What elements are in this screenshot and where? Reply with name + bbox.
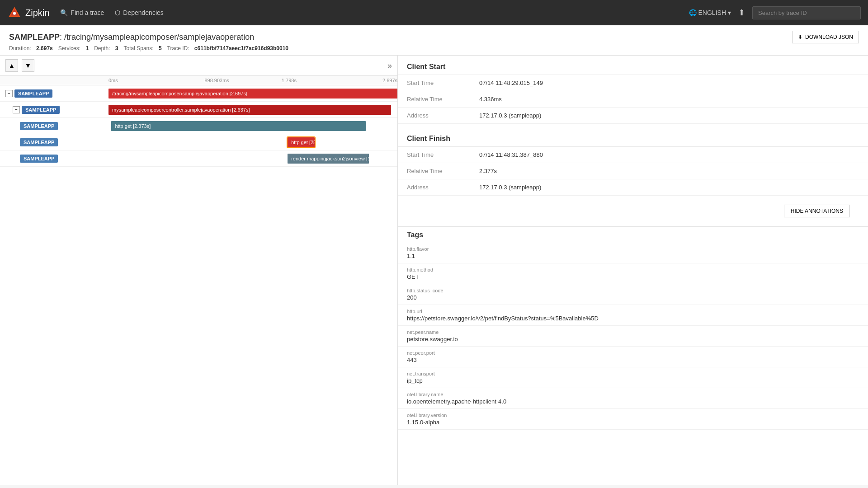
- span-bar-container-2: mysampleapicomposercontroller.samplejava…: [108, 102, 397, 117]
- tag-key: http.status_code: [407, 288, 859, 293]
- span-bar-5[interactable]: render mappingjackson2jsonview [1.598ms]: [288, 154, 369, 164]
- tag-value: 1.1: [407, 253, 859, 259]
- total-spans-value: 5: [159, 45, 162, 52]
- finish-address-label: Address: [398, 179, 470, 196]
- services-label: Services: 1: [58, 45, 89, 52]
- find-trace-nav[interactable]: 🔍 Find a trace: [60, 9, 104, 16]
- span-bar-2[interactable]: mysampleapicomposercontroller.samplejava…: [108, 105, 391, 115]
- tag-key: net.peer.name: [407, 329, 859, 335]
- list-item: net.peer.name petstore.swagger.io: [398, 326, 868, 347]
- trace-id-search-input[interactable]: [752, 6, 861, 19]
- start-time-label: Start Time: [398, 75, 470, 91]
- client-finish-relative-time-row: Relative Time 2.377s: [398, 163, 868, 179]
- upload-icon[interactable]: ⬆: [738, 8, 745, 18]
- table-row: SAMPLEAPP http get [252.156ms]: [0, 134, 397, 150]
- client-start-relative-time-row: Relative Time 4.336ms: [398, 91, 868, 108]
- svg-point-2: [13, 12, 16, 14]
- collapse-btn-2[interactable]: −: [13, 106, 20, 113]
- page-header: SAMPLEAPP: /tracing/mysampleapicomposer/…: [0, 25, 868, 56]
- trace-meta: Duration: 2.697s Services: 1 Depth: 3 To…: [9, 45, 859, 52]
- client-finish-address-row: Address 172.17.0.3 (sampleapp): [398, 179, 868, 196]
- tick-1798ms: 1.798s: [253, 78, 326, 83]
- finish-start-time-value: 07/14 11:48:31.387_880: [470, 147, 868, 163]
- trace-controls: ▲ ▼ »: [0, 56, 397, 76]
- dependencies-label: Dependencies: [123, 9, 164, 16]
- brand-logo[interactable]: Zipkin: [7, 5, 49, 20]
- dependencies-nav[interactable]: ⬡ Dependencies: [115, 9, 164, 16]
- relative-time-value: 4.336ms: [470, 91, 868, 108]
- service-badge-5[interactable]: SAMPLEAPP: [20, 155, 58, 163]
- span-left-5: SAMPLEAPP: [0, 155, 108, 163]
- language-label: ENGLISH: [698, 9, 726, 16]
- table-row: − SAMPLEAPP mysampleapicomposercontrolle…: [0, 102, 397, 118]
- service-badge-2[interactable]: SAMPLEAPP: [22, 106, 60, 114]
- page-header-row: SAMPLEAPP: /tracing/mysampleapicomposer/…: [9, 31, 859, 43]
- tags-section: Tags http.flavor 1.1 http.method GET htt…: [398, 226, 868, 430]
- client-start-table: Start Time 07/14 11:48:29.015_149 Relati…: [398, 75, 868, 124]
- service-badge-1[interactable]: SAMPLEAPP: [14, 89, 52, 98]
- list-item: http.url https://petstore.swagger.io/v2/…: [398, 305, 868, 326]
- dependencies-icon: ⬡: [115, 9, 120, 16]
- span-bar-3[interactable]: http get [2.373s]: [111, 121, 365, 131]
- span-bar-container-4: http get [252.156ms]: [108, 134, 397, 150]
- span-bar-4[interactable]: http get [252.156ms]: [288, 137, 315, 147]
- chevron-down-icon: ▾: [728, 9, 731, 16]
- address-label: Address: [398, 108, 470, 124]
- trace-panel: ▲ ▼ » 0ms 898.903ms 1.798s 2.697s − SAMP…: [0, 56, 398, 485]
- tag-key: http.method: [407, 267, 859, 272]
- client-start-address-row: Address 172.17.0.3 (sampleapp): [398, 108, 868, 124]
- list-item: net.peer.port 443: [398, 347, 868, 367]
- total-spans-label: Total Spans: 5: [124, 45, 162, 52]
- download-icon: ⬇: [798, 34, 802, 40]
- tag-value: 443: [407, 357, 859, 363]
- list-item: net.transport ip_tcp: [398, 367, 868, 388]
- finish-start-time-label: Start Time: [398, 147, 470, 163]
- download-json-button[interactable]: ⬇ DOWNLOAD JSON: [792, 31, 859, 43]
- list-item: otel.library.version 1.15.0-alpha: [398, 409, 868, 430]
- span-left-2: − SAMPLEAPP: [0, 106, 108, 114]
- tag-value: https://petstore.swagger.io/v2/pet/findB…: [407, 315, 859, 322]
- tag-value: ip_tcp: [407, 377, 859, 384]
- navbar: Zipkin 🔍 Find a trace ⬡ Dependencies 🌐 E…: [0, 0, 868, 25]
- collapse-up-button[interactable]: ▲: [5, 59, 18, 72]
- duration-label: Duration: 2.697s: [9, 45, 53, 52]
- app-name: Zipkin: [25, 8, 49, 18]
- span-bar-container-5: render mappingjackson2jsonview [1.598ms]: [108, 150, 397, 166]
- client-start-title: Client Start: [398, 56, 868, 75]
- tags-list: http.flavor 1.1 http.method GET http.sta…: [398, 243, 868, 430]
- client-finish-table: Start Time 07/14 11:48:31.387_880 Relati…: [398, 147, 868, 196]
- service-badge-3[interactable]: SAMPLEAPP: [20, 122, 58, 130]
- language-selector[interactable]: 🌐 ENGLISH ▾: [689, 9, 731, 16]
- tag-value: 200: [407, 294, 859, 301]
- detail-panel: Client Start Start Time 07/14 11:48:29.0…: [398, 56, 868, 485]
- relative-time-label: Relative Time: [398, 91, 470, 108]
- collapse-down-button[interactable]: ▼: [22, 59, 34, 72]
- client-finish-title: Client Finish: [398, 127, 868, 147]
- hide-annotations-button[interactable]: HIDE ANNOTATIONS: [784, 205, 850, 217]
- table-row: SAMPLEAPP render mappingjackson2jsonview…: [0, 150, 397, 167]
- finish-address-value: 172.17.0.3 (sampleapp): [470, 179, 868, 196]
- depth-value: 3: [115, 45, 118, 52]
- tag-key: otel.library.name: [407, 392, 859, 397]
- services-value: 1: [85, 45, 89, 52]
- service-badge-4[interactable]: SAMPLEAPP: [20, 138, 58, 146]
- tick-898ms: 898.903ms: [181, 78, 253, 83]
- trace-id-value: c611bfbf7147aeec1f7ac916d93b0010: [194, 45, 288, 52]
- list-item: http.method GET: [398, 263, 868, 284]
- expand-panel-button[interactable]: »: [387, 61, 392, 70]
- tag-key: http.flavor: [407, 246, 859, 252]
- tags-title: Tags: [398, 227, 868, 243]
- tag-key: http.url: [407, 309, 859, 314]
- span-left-4: SAMPLEAPP: [0, 138, 108, 146]
- navbar-right: 🌐 ENGLISH ▾ ⬆: [689, 6, 861, 19]
- tag-key: net.transport: [407, 371, 859, 376]
- span-left-3: SAMPLEAPP: [0, 122, 108, 130]
- tick-0ms: 0ms: [108, 78, 181, 83]
- tick-2697ms: 2.697s: [325, 78, 397, 83]
- collapse-btn-1[interactable]: −: [5, 90, 13, 97]
- timeline-header: 0ms 898.903ms 1.798s 2.697s: [0, 76, 397, 85]
- list-item: otel.library.name io.opentelemetry.apach…: [398, 388, 868, 409]
- table-row: − SAMPLEAPP /tracing/mysampleapicomposer…: [0, 85, 397, 102]
- span-bar-1[interactable]: /tracing/mysampleapicomposer/samplejavao…: [108, 89, 397, 99]
- depth-label: Depth: 3: [94, 45, 118, 52]
